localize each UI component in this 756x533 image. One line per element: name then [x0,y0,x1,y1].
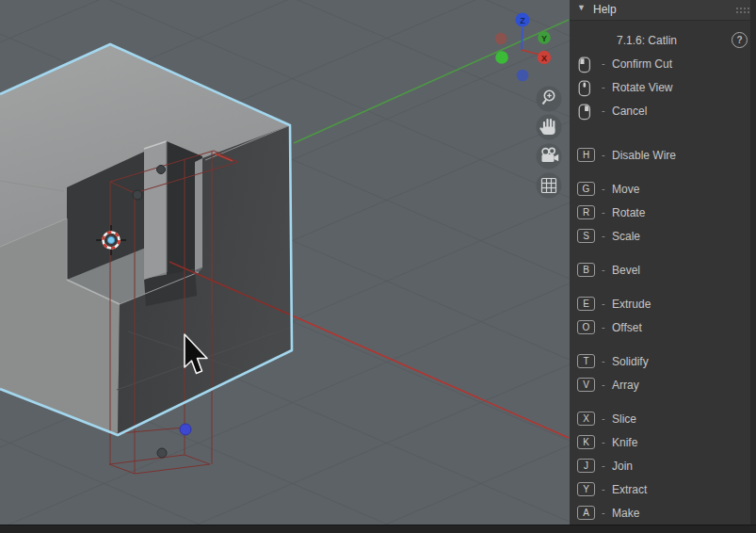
help-row-confirm-cut: - Confirm Cut [570,57,756,73]
help-row-move: G - Move [570,182,756,198]
key-y: Y [577,482,595,496]
help-row-scale: S - Scale [570,229,756,245]
help-row-extract: Y - Extract [570,482,756,498]
camera-button[interactable] [537,144,562,170]
key-j: J [577,459,595,473]
key-x: X [577,412,595,426]
question-mark-icon[interactable]: ? [732,32,748,48]
middle-mouse-icon [578,80,591,97]
key-b: B [577,263,595,277]
panel-scroll-strip[interactable] [750,0,756,533]
help-row-solidify: T - Solidify [570,354,756,370]
viewport-canvas[interactable]: Z Y X [0,0,570,533]
selected-vertex[interactable] [180,424,191,435]
collapse-triangle-icon[interactable]: ▼ [577,3,586,12]
gizmo-y-neg[interactable] [495,51,508,64]
help-row-make: A - Make [570,506,756,522]
help-row-disable-wire: H - Disable Wire [570,148,756,164]
help-row-offset: O - Offset [570,320,756,336]
help-row-slice: X - Slice [570,412,756,428]
help-row-bevel: B - Bevel [570,263,756,279]
key-r: R [577,205,595,219]
key-a: A [577,506,595,520]
grid-view-button[interactable] [537,173,562,199]
key-g: G [577,182,595,196]
left-mouse-icon [578,57,591,73]
help-row-array: V - Array [570,378,756,394]
gizmo-y-label: Y [541,34,547,43]
key-k: K [577,435,595,449]
gizmo-z-neg[interactable] [517,70,529,82]
gizmo-x-neg[interactable] [495,33,507,45]
key-v: V [577,378,595,392]
gizmo-x-label: X [541,54,547,63]
help-row-knife: K - Knife [570,435,756,451]
drag-grip-icon[interactable] [736,8,749,13]
panel-title: Help [593,3,617,16]
right-mouse-icon [578,104,591,121]
key-e: E [577,297,595,311]
key-o: O [577,320,595,334]
blender-window: Z Y X [0,0,756,533]
pan-button[interactable] [537,115,562,140]
key-s: S [577,229,595,243]
key-h: H [577,148,595,162]
help-row-cancel: - Cancel [570,104,756,120]
help-row-extrude: E - Extrude [570,297,756,313]
bottom-editor-edge [0,525,756,533]
help-row-rotate-view: - Rotate View [570,80,756,96]
gizmo-z-label: Z [520,16,525,25]
version-text: 7.1.6: Catlin [617,34,677,47]
fin-face [144,141,167,280]
help-row-rotate: R - Rotate [570,205,756,221]
key-t: T [577,354,595,368]
help-panel: ▼ Help 7.1.6: Catlin ? - Confirm Cut - R… [570,0,756,533]
help-row-join: J - Join [570,459,756,475]
help-panel-header[interactable]: ▼ Help [570,0,756,21]
zoom-button[interactable] [537,87,562,112]
version-row: 7.1.6: Catlin ? [570,33,756,48]
